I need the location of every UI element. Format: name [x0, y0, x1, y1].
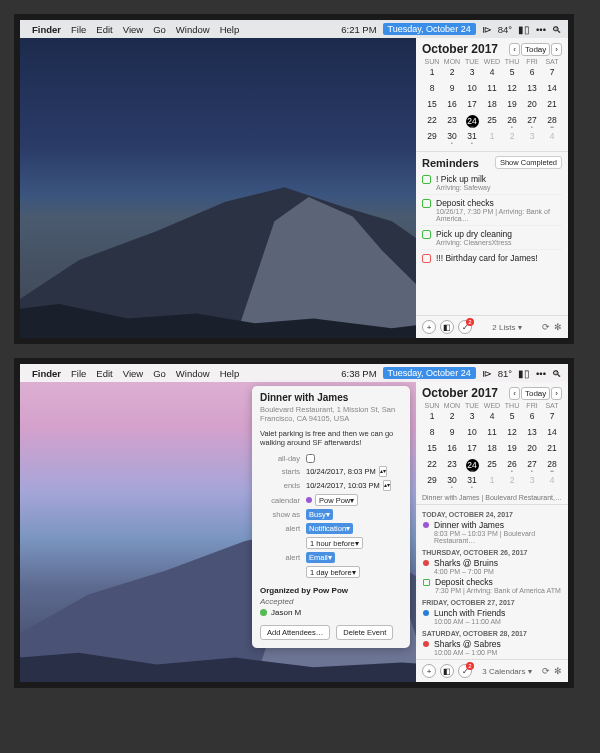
- calendar-day[interactable]: 22: [422, 459, 442, 473]
- allday-checkbox[interactable]: [306, 454, 315, 463]
- calendar-day[interactable]: 5: [502, 67, 522, 81]
- calendar-day[interactable]: 8: [422, 427, 442, 441]
- calendar-day[interactable]: 30•: [442, 131, 462, 145]
- menu-help[interactable]: Help: [220, 368, 240, 379]
- calendar-day[interactable]: 3: [462, 411, 482, 425]
- calendar-day[interactable]: 25: [482, 459, 502, 473]
- calendar-mode-button[interactable]: ◧: [440, 320, 454, 334]
- calendar-day[interactable]: 13: [522, 427, 542, 441]
- calendar-day[interactable]: 30•: [442, 475, 462, 489]
- calendar-day[interactable]: 21: [542, 443, 562, 457]
- delete-event-button[interactable]: Delete Event: [336, 625, 393, 640]
- event-item[interactable]: Dinner with James8:03 PM – 10:03 PM | Bo…: [416, 519, 568, 545]
- calendar-day[interactable]: 2: [502, 475, 522, 489]
- calendar-day[interactable]: 19: [502, 443, 522, 457]
- calendar-day[interactable]: 11: [482, 427, 502, 441]
- reminder-item[interactable]: !!! Birthday card for James!: [422, 249, 562, 266]
- calendar-day[interactable]: 10: [462, 427, 482, 441]
- refresh-button[interactable]: ⟳: [542, 666, 550, 676]
- alert1-type-select[interactable]: Notification ▾: [306, 523, 353, 534]
- prev-month-button[interactable]: ‹: [509, 43, 520, 56]
- calendar-day[interactable]: 2: [442, 67, 462, 81]
- date-widget[interactable]: Tuesday, October 24: [383, 23, 476, 35]
- calendar-day[interactable]: 12: [502, 427, 522, 441]
- refresh-button[interactable]: ⟳: [542, 322, 550, 332]
- menu-view[interactable]: View: [123, 368, 143, 379]
- calendar-day[interactable]: 26•: [502, 115, 522, 129]
- calendar-day[interactable]: 17: [462, 443, 482, 457]
- today-button[interactable]: Today: [521, 387, 550, 400]
- calendar-day[interactable]: 2: [502, 131, 522, 145]
- add-button[interactable]: +: [422, 664, 436, 678]
- search-icon[interactable]: 🔍︎: [552, 24, 562, 35]
- wifi-icon[interactable]: ⧐: [482, 368, 492, 379]
- event-item[interactable]: Sharks @ Sabres10:00 AM – 1:00 PM: [416, 638, 568, 657]
- menu-file[interactable]: File: [71, 368, 86, 379]
- calendar-day[interactable]: 23: [442, 115, 462, 129]
- alert2-offset-select[interactable]: 1 day before ▾: [306, 566, 360, 578]
- battery-icon[interactable]: ▮▯: [518, 24, 530, 35]
- calendar-day[interactable]: 5: [502, 411, 522, 425]
- reminder-item[interactable]: Pick up dry cleaningArriving: CleanersXt…: [422, 225, 562, 249]
- calendar-day[interactable]: 21: [542, 99, 562, 113]
- reminder-item[interactable]: Deposit checks10/26/17, 7:30 PM | Arrivi…: [422, 194, 562, 225]
- calendar-day[interactable]: 29: [422, 131, 442, 145]
- calendar-day[interactable]: 22: [422, 115, 442, 129]
- calendar-day[interactable]: 11: [482, 83, 502, 97]
- menu-edit[interactable]: Edit: [96, 24, 112, 35]
- calendar-day[interactable]: 8: [422, 83, 442, 97]
- next-month-button[interactable]: ›: [551, 43, 562, 56]
- calendar-day[interactable]: 17: [462, 99, 482, 113]
- calendar-day[interactable]: 1: [422, 411, 442, 425]
- calendar-day[interactable]: 3: [462, 67, 482, 81]
- battery-icon[interactable]: ▮▯: [518, 368, 530, 379]
- ends-stepper[interactable]: ▴▾: [383, 480, 391, 491]
- calendar-day[interactable]: 25: [482, 115, 502, 129]
- calendar-day[interactable]: 4: [542, 131, 562, 145]
- menu-go[interactable]: Go: [153, 368, 166, 379]
- menu-window[interactable]: Window: [176, 24, 210, 35]
- calendar-day[interactable]: 16: [442, 443, 462, 457]
- reminder-checkbox[interactable]: [422, 254, 431, 263]
- event-note[interactable]: Valet parking is free and then we can go…: [260, 429, 402, 448]
- calendar-day[interactable]: 4: [542, 475, 562, 489]
- event-item[interactable]: Deposit checks7:30 PM | Arriving: Bank o…: [416, 576, 568, 595]
- reminders-mode-button[interactable]: ✓: [458, 320, 472, 334]
- settings-button[interactable]: ✻: [554, 322, 562, 332]
- calendar-day[interactable]: 20: [522, 99, 542, 113]
- calendar-day[interactable]: 13: [522, 83, 542, 97]
- settings-button[interactable]: ✻: [554, 666, 562, 676]
- calendar-day[interactable]: 1: [482, 475, 502, 489]
- menu-edit[interactable]: Edit: [96, 368, 112, 379]
- calendar-day[interactable]: 19: [502, 99, 522, 113]
- calendar-day[interactable]: 7: [542, 67, 562, 81]
- calendar-day[interactable]: 6: [522, 411, 542, 425]
- event-item[interactable]: Lunch with Friends10:00 AM – 11:00 AM: [416, 607, 568, 626]
- calendar-day[interactable]: 12: [502, 83, 522, 97]
- calendar-day[interactable]: 31•: [462, 475, 482, 489]
- alert1-offset-select[interactable]: 1 hour before ▾: [306, 537, 363, 549]
- reminders-mode-button[interactable]: ✓: [458, 664, 472, 678]
- calendar-mode-button[interactable]: ◧: [440, 664, 454, 678]
- calendar-day[interactable]: 27•: [522, 459, 542, 473]
- today-button[interactable]: Today: [521, 43, 550, 56]
- showas-select[interactable]: Busy ▾: [306, 509, 333, 520]
- calendar-day[interactable]: 15: [422, 99, 442, 113]
- footer-label[interactable]: 2 Lists ▾: [476, 323, 538, 332]
- calendar-day[interactable]: 15: [422, 443, 442, 457]
- calendar-day[interactable]: 2: [442, 411, 462, 425]
- calendar-day[interactable]: 3: [522, 131, 542, 145]
- menu-go[interactable]: Go: [153, 24, 166, 35]
- menu-extra-icon[interactable]: •••: [536, 368, 546, 379]
- clock[interactable]: 6:21 PM: [341, 24, 376, 35]
- date-widget[interactable]: Tuesday, October 24: [383, 367, 476, 379]
- starts-stepper[interactable]: ▴▾: [379, 466, 387, 477]
- calendar-day[interactable]: 1: [422, 67, 442, 81]
- menu-window[interactable]: Window: [176, 368, 210, 379]
- clock[interactable]: 6:38 PM: [341, 368, 376, 379]
- alert2-type-select[interactable]: Email ▾: [306, 552, 335, 563]
- calendar-day[interactable]: 9: [442, 83, 462, 97]
- calendar-day[interactable]: 31•: [462, 131, 482, 145]
- reminder-checkbox[interactable]: [422, 230, 431, 239]
- reminder-item[interactable]: ! Pick up milkArriving: Safeway: [422, 171, 562, 194]
